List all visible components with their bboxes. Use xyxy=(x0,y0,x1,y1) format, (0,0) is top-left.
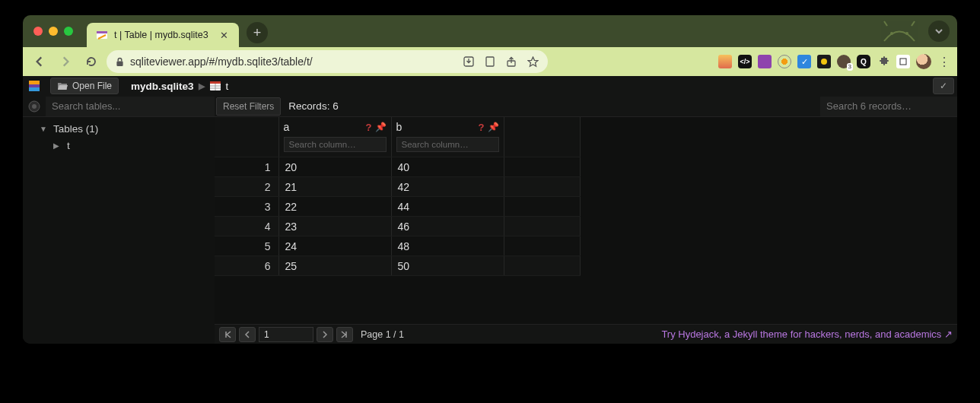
install-app-icon[interactable] xyxy=(463,56,474,68)
tree-table-item[interactable]: ▶ t xyxy=(23,137,215,154)
cell[interactable]: 50 xyxy=(391,256,504,276)
svg-point-2 xyxy=(890,32,893,35)
ext-icon[interactable] xyxy=(718,55,732,68)
column-search-input[interactable] xyxy=(284,137,387,152)
table-icon xyxy=(209,80,221,92)
first-page-button[interactable] xyxy=(219,327,236,342)
tree-table-name: t xyxy=(67,140,70,151)
cell[interactable]: 42 xyxy=(391,177,504,197)
extensions-puzzle-icon[interactable] xyxy=(877,55,890,68)
svg-line-4 xyxy=(884,21,887,26)
sqlite-viewer-app: Open File mydb.sqlite3 ▶ t ✓ xyxy=(23,76,957,344)
cell[interactable]: 25 xyxy=(278,256,391,276)
data-grid[interactable]: a ? 📌 xyxy=(215,117,957,324)
row-number: 4 xyxy=(215,217,278,236)
ext-icon[interactable] xyxy=(817,55,831,68)
tab-strip: t | Table | mydb.sqlite3 ✕ + xyxy=(23,15,957,47)
browser-tab[interactable]: t | Table | mydb.sqlite3 ✕ xyxy=(87,23,239,47)
next-page-button[interactable] xyxy=(317,327,333,342)
search-records-input[interactable] xyxy=(820,97,957,116)
ext-icon[interactable] xyxy=(758,55,772,68)
cell[interactable]: 23 xyxy=(278,217,391,236)
cell[interactable]: 24 xyxy=(278,236,391,256)
table-row[interactable]: 32244 xyxy=(215,197,580,217)
column-header-b[interactable]: b ? 📌 xyxy=(391,117,504,157)
cell[interactable]: 40 xyxy=(391,157,504,177)
ext-icon[interactable]: ✓ xyxy=(797,55,811,68)
confirm-button[interactable]: ✓ xyxy=(933,78,954,94)
minimize-window-button[interactable] xyxy=(49,27,58,36)
search-tables-input[interactable] xyxy=(46,97,215,116)
cell[interactable]: 44 xyxy=(391,197,504,217)
svg-line-5 xyxy=(912,21,915,26)
breadcrumb-table[interactable]: t xyxy=(226,81,229,92)
cell[interactable]: 46 xyxy=(391,217,504,236)
column-search-input[interactable] xyxy=(396,137,499,152)
pin-icon[interactable]: 📌 xyxy=(375,122,387,132)
record-count: Records: 6 xyxy=(288,100,338,112)
extension-icons: </> ✓ 3 Q ⋮ xyxy=(718,54,951,69)
reader-icon[interactable] xyxy=(485,56,495,68)
table-row[interactable]: 52448 xyxy=(215,236,580,256)
unknown-type-icon[interactable]: ? xyxy=(366,122,372,133)
tab-title: t | Table | mydb.sqlite3 xyxy=(114,30,208,40)
close-window-button[interactable] xyxy=(33,27,43,36)
ext-icon[interactable]: Q xyxy=(857,55,870,68)
row-number: 2 xyxy=(215,177,278,197)
kebab-menu-icon[interactable]: ⋮ xyxy=(937,55,951,68)
tables-header-label: Tables (1) xyxy=(53,123,98,135)
pager: Page 1 / 1 Try Hydejack, a Jekyll theme … xyxy=(215,324,957,344)
pin-icon[interactable]: 📌 xyxy=(488,122,499,132)
ext-icon[interactable]: </> xyxy=(738,55,752,68)
bookmark-star-icon[interactable] xyxy=(527,56,539,68)
column-header-a[interactable]: a ? 📌 xyxy=(278,117,391,157)
sidebar: ▼ Tables (1) ▶ t xyxy=(23,96,215,344)
share-icon[interactable] xyxy=(506,56,517,68)
tree-tables-header[interactable]: ▼ Tables (1) xyxy=(23,120,215,137)
spacer-column xyxy=(504,117,580,157)
cell[interactable]: 48 xyxy=(391,236,504,256)
column-name: a xyxy=(284,121,290,133)
filter-bar: Reset Filters Records: 6 xyxy=(215,96,957,117)
svg-point-3 xyxy=(905,32,908,35)
cell[interactable]: 21 xyxy=(278,177,391,197)
browser-toolbar: sqliteviewer.app/#/mydb.sqlite3/table/t/… xyxy=(23,47,957,76)
address-bar[interactable]: sqliteviewer.app/#/mydb.sqlite3/table/t/ xyxy=(107,50,548,73)
last-page-button[interactable] xyxy=(336,327,353,342)
back-button[interactable] xyxy=(29,51,50,72)
page-label: Page 1 / 1 xyxy=(361,329,404,340)
prev-page-button[interactable] xyxy=(239,327,256,342)
window-controls xyxy=(33,27,73,36)
profile-avatar[interactable] xyxy=(916,54,931,69)
breadcrumb-sep-icon: ▶ xyxy=(199,81,205,91)
sidebar-app-icon[interactable] xyxy=(23,96,46,117)
reset-filters-button[interactable]: Reset Filters xyxy=(216,97,281,116)
breadcrumb-db[interactable]: mydb.sqlite3 xyxy=(131,81,194,92)
cell[interactable]: 22 xyxy=(278,197,391,217)
table-row[interactable]: 42346 xyxy=(215,217,580,236)
table-tree: ▼ Tables (1) ▶ t xyxy=(23,117,215,157)
spacer-cell xyxy=(504,157,580,177)
maximize-window-button[interactable] xyxy=(64,27,73,36)
ext-icon[interactable]: 3 xyxy=(837,55,851,68)
table-row[interactable]: 22142 xyxy=(215,177,580,197)
ext-icon[interactable] xyxy=(896,55,910,68)
tab-overflow-button[interactable] xyxy=(928,21,950,42)
reload-button[interactable] xyxy=(81,51,102,72)
svg-rect-1 xyxy=(97,31,107,33)
forward-button[interactable] xyxy=(55,51,76,72)
ext-icon[interactable] xyxy=(778,55,791,68)
tab-close-button[interactable]: ✕ xyxy=(218,29,230,41)
svg-rect-6 xyxy=(116,61,123,65)
open-file-button[interactable]: Open File xyxy=(50,78,119,94)
page-input[interactable] xyxy=(259,327,313,342)
new-tab-button[interactable]: + xyxy=(247,22,268,43)
cell[interactable]: 20 xyxy=(278,157,391,177)
promo-link[interactable]: Try Hydejack, a Jekyll theme for hackers… xyxy=(661,328,953,340)
svg-rect-13 xyxy=(29,87,40,91)
app-logo-icon xyxy=(23,76,46,96)
table-row[interactable]: 62550 xyxy=(215,256,580,276)
table-row[interactable]: 12040 xyxy=(215,157,580,177)
open-file-label: Open File xyxy=(72,81,112,91)
unknown-type-icon[interactable]: ? xyxy=(479,122,485,133)
